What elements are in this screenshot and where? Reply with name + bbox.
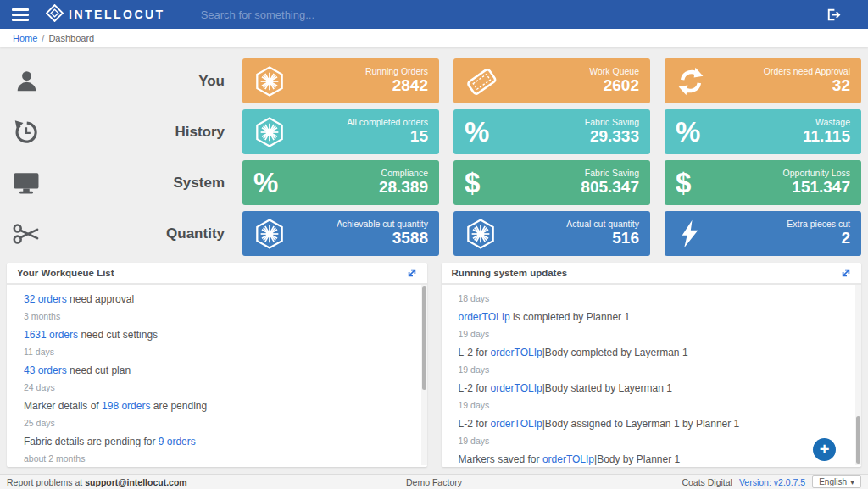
list-item: Markers saved for orderTOLIp|Body by Pla…	[459, 453, 850, 465]
stat-value: 2602	[589, 76, 639, 96]
stat-card-wastage[interactable]: % Wastage11.115	[665, 109, 861, 154]
logout-icon[interactable]	[825, 7, 841, 23]
stat-card-work-queue[interactable]: Work Queue2602	[453, 58, 650, 103]
stat-label: Work Queue	[589, 66, 639, 76]
hexagon-emblem-icon	[465, 218, 504, 250]
stat-label: Opportunity Loss	[783, 168, 850, 178]
updates-panel-title: Running system updates	[452, 268, 568, 278]
dollar-icon: $	[676, 169, 715, 197]
hexagon-emblem-icon	[253, 65, 292, 97]
stat-value: 28.389	[379, 178, 428, 197]
stat-card-fabric-saving-usd[interactable]: $ Fabric Saving805.347	[453, 160, 650, 205]
list-item: L-2 for orderTOLIp|Body assigned to Laye…	[459, 418, 850, 446]
stats-grid: You Running Orders2842 Work Queue2602 Or…	[0, 47, 868, 256]
orders-link[interactable]: 9 orders	[159, 436, 196, 447]
support-email: support@intellocut.com	[85, 477, 187, 487]
menu-icon[interactable]	[12, 8, 29, 21]
workqueue-list: 32 orders need approval 3 months 1631 or…	[7, 285, 427, 465]
dollar-icon: $	[465, 169, 504, 197]
list-item: Fabric details are pending for 9 orders …	[24, 436, 415, 464]
expand-icon[interactable]	[407, 268, 417, 278]
caret-down-icon: ▾	[850, 477, 854, 486]
item-timestamp: 11 days	[24, 347, 415, 357]
stat-value: 151.347	[783, 178, 850, 197]
scrollbar-track[interactable]	[855, 285, 861, 465]
brand-logo[interactable]: INTELLOCUT	[46, 4, 165, 25]
person-icon	[7, 58, 46, 103]
brand-name: INTELLOCUT	[69, 8, 165, 21]
expand-icon[interactable]	[841, 268, 851, 278]
stat-label: Extra pieces cut	[787, 219, 850, 229]
stat-value: 3588	[337, 229, 428, 248]
order-link[interactable]: orderTOLIp	[491, 418, 542, 430]
report-problems-text: Report problems at support@intellocut.co…	[7, 477, 187, 487]
item-timestamp: 18 days	[459, 293, 850, 303]
order-link[interactable]: orderTOLIp	[491, 382, 542, 394]
stat-value: 805.347	[581, 178, 639, 197]
order-link[interactable]: orderTOLIp	[542, 453, 594, 465]
bolt-icon	[676, 219, 715, 249]
stat-label: Fabric Saving	[585, 117, 639, 127]
search-input[interactable]	[201, 8, 825, 21]
percent-icon: %	[465, 118, 504, 146]
item-timestamp: 24 days	[24, 382, 415, 392]
stat-card-running-orders[interactable]: Running Orders2842	[242, 58, 439, 103]
monitor-icon	[7, 160, 46, 205]
language-dropdown[interactable]: English▾	[812, 475, 861, 488]
stat-value: 11.115	[803, 127, 850, 147]
breadcrumb-home-link[interactable]: Home	[13, 33, 37, 43]
stat-card-actual-cut-quantity[interactable]: Actual cut quantity516	[453, 211, 650, 256]
stat-card-extra-pieces-cut[interactable]: Extra pieces cut2	[665, 211, 861, 256]
hexagon-emblem-icon	[253, 218, 292, 250]
scrollbar-thumb[interactable]	[856, 416, 860, 464]
stat-card-orders-need-approval[interactable]: Orders need Approval32	[665, 58, 861, 103]
orders-link[interactable]: 43 orders	[24, 364, 67, 376]
breadcrumb-separator: /	[42, 33, 44, 43]
scrollbar-track[interactable]	[421, 285, 427, 465]
history-icon	[7, 109, 46, 154]
list-item: 43 orders need cut plan 24 days	[24, 364, 415, 392]
breadcrumb-current: Dashboard	[48, 33, 94, 43]
stat-card-opportunity-loss[interactable]: $ Opportunity Loss151.347	[665, 160, 861, 205]
stat-card-compliance[interactable]: % Compliance28.389	[242, 160, 439, 205]
stat-label: Fabric Saving	[581, 168, 639, 178]
stat-label: Actual cut quantity	[566, 219, 639, 229]
percent-icon: %	[253, 169, 292, 197]
company-name: Coats Digital	[682, 477, 732, 487]
ticket-icon	[465, 64, 504, 98]
stat-value: 516	[566, 229, 639, 248]
order-link[interactable]: orderTOLIp	[459, 311, 510, 323]
orders-link[interactable]: 198 orders	[102, 400, 150, 412]
list-item: 1631 orders need cut settings 11 days	[24, 329, 415, 357]
updates-panel: Running system updates 18 days orderTOLI…	[442, 263, 862, 467]
row-label-quantity: Quantity	[60, 211, 228, 256]
stat-card-all-completed-orders[interactable]: All completed orders15	[242, 109, 439, 154]
item-timestamp: 19 days	[459, 364, 850, 375]
list-item: L-2 for orderTOLIp|Body completed by Lay…	[459, 347, 850, 375]
row-label-you: You	[60, 58, 228, 103]
stat-label: Wastage	[803, 117, 850, 127]
list-item: L-2 for orderTOLIp|Body started by Layer…	[459, 382, 850, 410]
version-link[interactable]: Version: v2.0.7.5	[739, 477, 805, 487]
breadcrumb: Home / Dashboard	[0, 29, 868, 47]
item-timestamp: 3 months	[24, 311, 415, 321]
stat-card-achievable-cut-quantity[interactable]: Achievable cut quantity3588	[242, 211, 439, 256]
order-link[interactable]: orderTOLIp	[491, 347, 542, 358]
orders-link[interactable]: 32 orders	[24, 293, 67, 305]
scrollbar-thumb[interactable]	[422, 286, 426, 390]
stat-label: Compliance	[379, 168, 428, 178]
row-label-history: History	[60, 109, 228, 154]
row-label-system: System	[60, 160, 228, 205]
footer: Report problems at support@intellocut.co…	[0, 474, 868, 489]
gem-icon	[46, 4, 64, 25]
orders-link[interactable]: 1631 orders	[24, 329, 78, 341]
sync-icon	[676, 66, 715, 97]
stat-card-fabric-saving-pct[interactable]: % Fabric Saving29.333	[453, 109, 650, 154]
stat-value: 29.333	[585, 127, 639, 147]
hexagon-emblem-icon	[253, 116, 292, 148]
workqueue-panel-title: Your Workqueue List	[17, 268, 114, 278]
item-timestamp: 19 days	[459, 329, 850, 339]
updates-list: 18 days orderTOLIp is completed by Plann…	[442, 285, 862, 465]
stat-label: Orders need Approval	[764, 66, 850, 76]
add-button[interactable]: +	[813, 438, 836, 461]
